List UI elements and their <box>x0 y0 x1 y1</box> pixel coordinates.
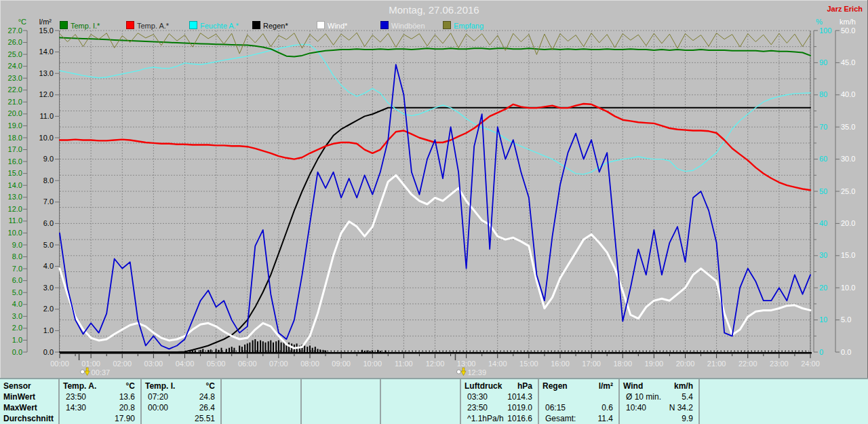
table-col-header: Wind <box>623 381 643 391</box>
svg-text:11:00: 11:00 <box>395 360 413 368</box>
table-cell-value: 17.90 <box>115 414 135 423</box>
svg-text:15.0: 15.0 <box>841 251 855 259</box>
svg-text:5.0: 5.0 <box>43 241 54 249</box>
svg-text:14.0: 14.0 <box>39 47 54 56</box>
svg-text:2.0: 2.0 <box>12 324 22 332</box>
svg-text:40.0: 40.0 <box>841 90 855 98</box>
svg-text:13:00: 13:00 <box>457 360 476 368</box>
table-cell-value: 0.6 <box>601 403 613 412</box>
svg-text:100: 100 <box>819 26 831 35</box>
svg-text:30.0: 30.0 <box>841 155 855 163</box>
svg-text:21.0: 21.0 <box>8 98 22 106</box>
row-label: Durchschnitt <box>3 414 54 423</box>
table-col-unit: km/h <box>674 381 693 391</box>
svg-text:30: 30 <box>819 251 827 259</box>
svg-text:03:00: 03:00 <box>144 360 163 368</box>
table-cell-value: 26.4 <box>199 403 215 412</box>
svg-text:24:00: 24:00 <box>801 360 820 368</box>
svg-text:23.0: 23.0 <box>8 74 22 82</box>
svg-text:0.0: 0.0 <box>43 348 54 356</box>
svg-text:26.0: 26.0 <box>8 38 22 46</box>
svg-text:12.0: 12.0 <box>39 90 54 98</box>
table-cell-time: 23:50 <box>66 392 86 402</box>
table-cell-time: 10:40 <box>626 403 646 412</box>
table-column <box>698 379 868 424</box>
table-cell-value: 1019.0 <box>507 403 532 412</box>
svg-text:10: 10 <box>819 315 827 324</box>
table-cell-time: ^1.1hPa/h <box>467 414 504 423</box>
svg-text:8.0: 8.0 <box>12 252 22 261</box>
table-column-wind: Windkm/hØ 10 min.5.410:40N 34.29.9 <box>618 379 698 424</box>
svg-text:4.0: 4.0 <box>12 300 22 308</box>
svg-text:13.0: 13.0 <box>39 69 54 77</box>
row-label: MaxWert <box>3 403 37 412</box>
svg-text:2.0: 2.0 <box>43 305 54 313</box>
svg-text:3.0: 3.0 <box>43 284 54 292</box>
table-column <box>380 379 460 424</box>
svg-text:70: 70 <box>819 123 827 131</box>
table-col-header: Regen <box>542 381 568 391</box>
svg-text:1.0: 1.0 <box>43 326 54 334</box>
svg-text:10:00: 10:00 <box>363 360 382 368</box>
table-cell-value: 1014.3 <box>507 392 532 402</box>
row-label: MinWert <box>3 392 35 402</box>
svg-text:08:00: 08:00 <box>300 360 319 368</box>
svg-text:01:00: 01:00 <box>81 360 100 368</box>
table-cell-time: 03:30 <box>467 392 488 402</box>
table-col-header: Temp. A. <box>63 381 96 391</box>
table-cell-value: N 34.2 <box>669 403 693 412</box>
row-label: Sensor <box>3 381 31 391</box>
svg-text:00:37: 00:37 <box>92 368 111 377</box>
svg-text:21:00: 21:00 <box>707 360 726 368</box>
svg-text:40: 40 <box>819 219 827 227</box>
svg-text:35.0: 35.0 <box>841 123 855 131</box>
svg-text:11.0: 11.0 <box>8 216 22 225</box>
svg-text:7.0: 7.0 <box>12 265 22 273</box>
table-column-temp-i-: Temp. I.°C07:2024.800:0026.425.51 <box>140 379 220 424</box>
svg-text:14.0: 14.0 <box>8 181 22 189</box>
svg-text:15:00: 15:00 <box>519 360 538 368</box>
svg-text:10.0: 10.0 <box>39 134 54 142</box>
svg-text:20.0: 20.0 <box>8 109 22 117</box>
svg-text:7.0: 7.0 <box>43 197 54 206</box>
event-marker-icon <box>81 368 90 376</box>
svg-text:50.0: 50.0 <box>841 26 855 35</box>
table-col-unit: °C <box>206 381 215 391</box>
svg-text:19.0: 19.0 <box>8 121 22 130</box>
svg-text:14:00: 14:00 <box>488 360 507 368</box>
svg-text:17:00: 17:00 <box>582 360 601 368</box>
table-column-regen: Regenl/m²06:150.6Gesamt:11.4 <box>538 379 618 424</box>
table-col-unit: °C <box>126 381 135 391</box>
svg-text:04:00: 04:00 <box>176 360 195 368</box>
svg-text:23:00: 23:00 <box>770 360 789 368</box>
svg-text:10.0: 10.0 <box>8 229 22 237</box>
table-col-unit: hPa <box>517 381 532 391</box>
svg-text:0.0: 0.0 <box>841 348 851 356</box>
svg-text:4.0: 4.0 <box>43 262 54 270</box>
table-column <box>220 379 300 424</box>
svg-text:17.0: 17.0 <box>8 145 22 153</box>
table-row-labels: SensorMinWertMaxWertDurchschnitt <box>0 379 58 424</box>
svg-text:06:00: 06:00 <box>238 360 257 368</box>
summary-table: SensorMinWertMaxWertDurchschnittTemp. A.… <box>0 378 868 424</box>
svg-text:25.0: 25.0 <box>8 50 22 58</box>
table-col-header: Temp. I. <box>145 381 175 391</box>
event-marker-icon <box>456 368 466 376</box>
svg-text:09:00: 09:00 <box>332 360 351 368</box>
svg-text:27.0: 27.0 <box>8 26 22 35</box>
svg-text:8.0: 8.0 <box>43 176 54 185</box>
table-column-luftdruck: LuftdruckhPa03:301014.323:501019.0^1.1hP… <box>460 379 538 424</box>
table-cell-value: 25.51 <box>195 414 215 423</box>
svg-text:6.0: 6.0 <box>12 276 22 284</box>
svg-text:16:00: 16:00 <box>551 360 570 368</box>
svg-text:22:00: 22:00 <box>738 360 757 368</box>
svg-text:90: 90 <box>819 58 827 66</box>
table-cell-time: 23:50 <box>467 403 488 412</box>
table-cell-value: 20.8 <box>119 403 135 412</box>
svg-text:60: 60 <box>819 155 827 163</box>
table-cell-value: 24.8 <box>199 392 215 402</box>
svg-text:02:00: 02:00 <box>113 360 132 368</box>
svg-text:80: 80 <box>819 90 827 98</box>
table-cell-time: Ø 10 min. <box>626 392 661 402</box>
table-cell-time: Gesamt: <box>545 414 576 423</box>
